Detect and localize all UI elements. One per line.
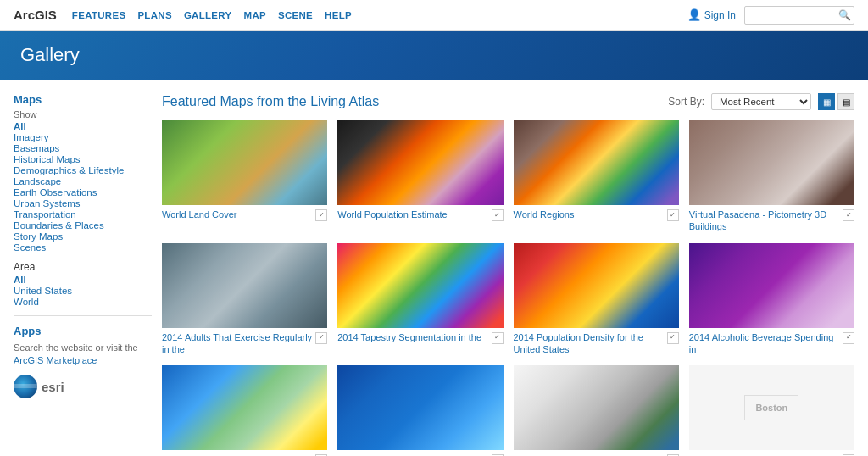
filter-demographics[interactable]: Demographics & Lifestyle bbox=[14, 165, 152, 175]
map-thumbnail bbox=[337, 243, 503, 328]
map-verified-icon: ✓ bbox=[492, 209, 504, 221]
sort-select[interactable]: Most Recent Most Viewed Highest Rated bbox=[711, 93, 811, 110]
filter-imagery[interactable]: Imagery bbox=[14, 132, 152, 142]
marketplace-link[interactable]: ArcGIS Marketplace bbox=[14, 355, 97, 365]
sidebar-divider bbox=[14, 315, 152, 316]
map-verified-icon: ✓ bbox=[667, 209, 679, 221]
map-grid: World Land Cover ✓ World Population Esti… bbox=[162, 120, 854, 456]
map-card-label: World Population Estimate ✓ bbox=[337, 209, 503, 221]
nav-plans[interactable]: PLANS bbox=[137, 10, 171, 20]
filter-transportation[interactable]: Transportation bbox=[14, 209, 152, 220]
map-card[interactable]: World Land Cover ✓ bbox=[162, 120, 327, 233]
map-thumbnail bbox=[514, 365, 679, 450]
filter-urban-systems[interactable]: Urban Systems bbox=[14, 198, 152, 209]
sort-label: Sort By: bbox=[668, 96, 704, 108]
map-title: 2014 Population Density for the United S… bbox=[514, 331, 665, 356]
map-title: 2014 Alcoholic Beverage Spending in bbox=[689, 331, 840, 356]
content-area: Featured Maps from the Living Atlas Sort… bbox=[162, 93, 854, 456]
filter-basemaps[interactable]: Basemaps bbox=[14, 143, 152, 153]
map-card-label: Virtual Pasadena - Pictometry 3D Buildin… bbox=[689, 209, 854, 233]
map-card[interactable]: Virtual Pasadena - Pictometry 3D Buildin… bbox=[689, 120, 854, 233]
map-card[interactable]: Cooling Needs ✓ bbox=[162, 365, 327, 456]
map-title: World Regions bbox=[514, 209, 665, 220]
map-thumbnail bbox=[689, 243, 854, 328]
main-area: Maps Show All Imagery Basemaps Historica… bbox=[0, 80, 868, 456]
map-card-label: 2014 Alcoholic Beverage Spending in ✓ bbox=[689, 331, 854, 356]
map-thumbnail bbox=[337, 365, 503, 450]
map-thumbnail bbox=[514, 120, 679, 205]
grid-view-button[interactable]: ▦ bbox=[818, 93, 835, 110]
show-label: Show bbox=[14, 109, 152, 120]
map-card[interactable]: 2014 Population Density for the United S… bbox=[514, 243, 679, 356]
map-card[interactable]: 2014 Adults That Exercise Regularly in t… bbox=[162, 243, 327, 356]
map-title: 2014 Tapestry Segmentation in the bbox=[337, 331, 488, 343]
filter-boundaries[interactable]: Boundaries & Places bbox=[14, 220, 152, 231]
gallery-banner: Gallery bbox=[0, 31, 868, 80]
map-card[interactable]: 2014 Alcoholic Beverage Spending in ✓ bbox=[689, 243, 854, 356]
map-title: World Population Estimate bbox=[337, 209, 488, 220]
map-card-label: World Regions ✓ bbox=[514, 209, 679, 221]
map-card-label: 2014 Tapestry Segmentation in the ✓ bbox=[337, 331, 503, 344]
map-card-label: World Land Cover ✓ bbox=[162, 209, 327, 221]
nav-help[interactable]: HELP bbox=[325, 10, 352, 20]
apps-text: Search the website or visit the bbox=[14, 342, 138, 353]
map-thumbnail bbox=[162, 120, 327, 205]
filter-all[interactable]: All bbox=[14, 121, 152, 131]
filter-story-maps[interactable]: Story Maps bbox=[14, 231, 152, 242]
user-icon: 👤 bbox=[687, 8, 701, 21]
nav-map[interactable]: MAP bbox=[244, 10, 266, 20]
sign-in-label: Sign In bbox=[704, 9, 736, 21]
top-nav: ArcGIS FEATURES PLANS GALLERY MAP SCENE … bbox=[0, 0, 868, 31]
nav-features[interactable]: FEATURES bbox=[72, 10, 126, 20]
maps-section-title: Maps bbox=[14, 93, 152, 106]
app-logo[interactable]: ArcGIS bbox=[14, 8, 57, 22]
area-united-states[interactable]: United States bbox=[14, 286, 152, 296]
map-card-label: 2014 Adults That Exercise Regularly in t… bbox=[162, 331, 327, 356]
filter-historical-maps[interactable]: Historical Maps bbox=[14, 154, 152, 164]
area-all[interactable]: All bbox=[14, 275, 152, 285]
map-card-label: 2014 Population Density for the United S… bbox=[514, 331, 679, 356]
sign-in-button[interactable]: 👤 Sign In bbox=[687, 8, 736, 21]
map-thumbnail bbox=[689, 120, 854, 205]
filter-earth-obs[interactable]: Earth Observations bbox=[14, 187, 152, 197]
map-verified-icon: ✓ bbox=[843, 209, 854, 221]
esri-text: esri bbox=[42, 380, 64, 394]
nav-right: 👤 Sign In 🔍 bbox=[687, 6, 854, 25]
nav-links: FEATURES PLANS GALLERY MAP SCENE HELP bbox=[72, 10, 687, 20]
sort-controls: Sort By: Most Recent Most Viewed Highest… bbox=[668, 93, 854, 110]
search-button[interactable]: 🔍 bbox=[838, 9, 851, 21]
search-wrap: 🔍 bbox=[744, 6, 854, 25]
map-thumbnail bbox=[162, 243, 327, 328]
apps-label: Apps bbox=[14, 325, 152, 337]
map-card[interactable]: Oceans ✓ bbox=[337, 365, 503, 456]
map-verified-icon: ✓ bbox=[492, 332, 504, 344]
esri-logo: esri bbox=[14, 375, 152, 398]
map-card[interactable]: World Population Estimate ✓ bbox=[337, 120, 503, 233]
area-world[interactable]: World bbox=[14, 297, 152, 307]
section-heading: Featured Maps from the Living Atlas bbox=[162, 94, 379, 109]
map-title: 2014 Adults That Exercise Regularly in t… bbox=[162, 331, 313, 356]
app-name: ArcGIS bbox=[14, 8, 57, 22]
map-card[interactable]: 2014 Tapestry Segmentation in the ✓ bbox=[337, 243, 503, 356]
area-label: Area bbox=[14, 261, 152, 273]
map-title: World Land Cover bbox=[162, 209, 313, 220]
map-verified-icon: ✓ bbox=[315, 209, 327, 221]
map-card[interactable]: National Geographic ✓ bbox=[514, 365, 679, 456]
map-thumbnail bbox=[162, 365, 327, 450]
nav-gallery[interactable]: GALLERY bbox=[184, 10, 232, 20]
list-view-button[interactable]: ▤ bbox=[837, 93, 854, 110]
map-thumbnail bbox=[514, 243, 679, 328]
map-verified-icon: ✓ bbox=[667, 332, 679, 344]
nav-scene[interactable]: SCENE bbox=[278, 10, 313, 20]
map-card[interactable]: World Regions ✓ bbox=[514, 120, 679, 233]
filter-scenes[interactable]: Scenes bbox=[14, 242, 152, 253]
map-verified-icon: ✓ bbox=[843, 332, 854, 344]
esri-globe-icon bbox=[14, 375, 37, 398]
sort-bar: Featured Maps from the Living Atlas Sort… bbox=[162, 93, 854, 110]
map-card[interactable]: Boston Light Gray Canvas ✓ bbox=[689, 365, 854, 456]
map-thumbnail bbox=[337, 120, 503, 205]
filter-landscape[interactable]: Landscape bbox=[14, 176, 152, 186]
map-thumbnail: Boston bbox=[689, 365, 854, 450]
map-verified-icon: ✓ bbox=[315, 332, 327, 344]
sidebar: Maps Show All Imagery Basemaps Historica… bbox=[14, 93, 162, 456]
